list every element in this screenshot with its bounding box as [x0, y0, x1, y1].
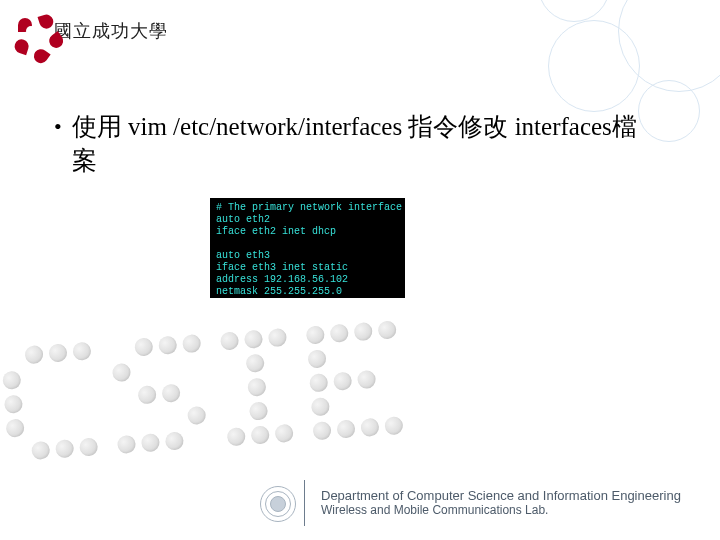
letter-e — [306, 320, 404, 440]
letter-s — [110, 334, 208, 454]
bullet-text: 使用 vim /etc/network/interfaces 指令修改 inte… — [72, 110, 660, 178]
university-logo: 國立成功大學 — [14, 14, 168, 48]
bullet-marker: • — [54, 110, 62, 144]
footer-separator — [304, 480, 305, 526]
csie-watermark — [1, 320, 404, 461]
terminal-line-1: auto eth2 — [216, 214, 270, 225]
plum-blossom-icon — [14, 14, 48, 48]
university-name: 國立成功大學 — [54, 19, 168, 43]
terminal-line-2: iface eth2 inet dhcp — [216, 226, 336, 237]
letter-i — [220, 328, 294, 446]
bullet-item: • 使用 vim /etc/network/interfaces 指令修改 in… — [54, 110, 660, 178]
slide-content: • 使用 vim /etc/network/interfaces 指令修改 in… — [54, 110, 660, 178]
terminal-line-7: netmask 255.255.255.0 — [216, 286, 342, 297]
wireless-rings-icon — [260, 486, 294, 520]
terminal-screenshot: # The primary network interface auto eth… — [210, 198, 405, 298]
footer-text: Department of Computer Science and Infor… — [321, 489, 681, 518]
letter-c — [1, 342, 99, 462]
footer-line-2: Wireless and Mobile Communications Lab. — [321, 504, 681, 518]
terminal-line-4: auto eth3 — [216, 250, 270, 261]
terminal-line-0: # The primary network interface — [216, 202, 402, 213]
footer: Department of Computer Science and Infor… — [260, 480, 700, 526]
terminal-line-5: iface eth3 inet static — [216, 262, 348, 273]
footer-line-1: Department of Computer Science and Infor… — [321, 489, 681, 504]
terminal-line-6: address 192.168.56.102 — [216, 274, 348, 285]
